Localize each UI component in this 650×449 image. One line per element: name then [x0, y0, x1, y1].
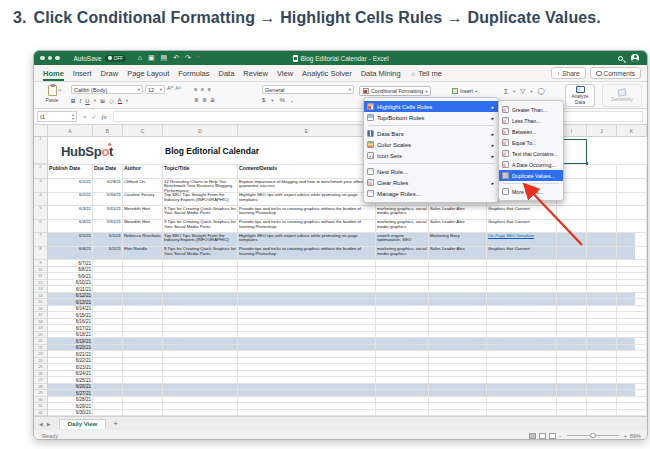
cell-empty[interactable]	[587, 220, 617, 234]
cell-author[interactable]: Flori Needle	[123, 247, 163, 261]
page-break-view-button[interactable]	[549, 433, 556, 439]
font-size-select[interactable]: 12▾	[145, 85, 165, 94]
save-icon[interactable]: ▣	[148, 54, 155, 62]
tab-analytic-solver[interactable]: Analytic Solver	[302, 67, 352, 80]
cell-empty[interactable]	[587, 247, 617, 261]
zoom-slider-knob[interactable]	[590, 433, 596, 439]
cell-empty[interactable]	[557, 206, 587, 220]
home-icon[interactable]: ⌂	[138, 54, 142, 62]
share-button[interactable]: ↑Share	[551, 67, 586, 79]
cell-due-date[interactable]: 5/31/21	[93, 206, 123, 220]
menu-item-a-date-occurring[interactable]: A Date Occurring...	[499, 159, 563, 170]
enter-icon[interactable]: ✓	[92, 113, 97, 120]
autosave-pill[interactable]: OFF	[105, 55, 126, 62]
cell-content[interactable]: Provide tips and tricks to creating grap…	[238, 247, 376, 261]
cancel-icon[interactable]: ×	[83, 114, 87, 120]
cell-publish-date[interactable]: 6/2/21	[48, 193, 93, 207]
select-all-corner[interactable]	[34, 125, 48, 137]
chevron-down-icon[interactable]: ▾	[94, 98, 96, 103]
menu-item-clear-rules[interactable]: Clear Rules▸	[364, 177, 498, 188]
column-header-B[interactable]: B	[93, 125, 123, 137]
tab-page-layout[interactable]: Page Layout	[127, 67, 169, 80]
row-number[interactable]: 8	[34, 247, 48, 261]
cell-empty[interactable]	[587, 233, 617, 247]
cell-empty[interactable]	[617, 179, 647, 193]
row-number[interactable]: 5	[34, 206, 48, 220]
search-icon[interactable]	[618, 56, 623, 61]
minimize-button[interactable]	[48, 56, 53, 61]
sensitivity-button[interactable]: Sensitivity	[602, 84, 642, 107]
menu-item-icon-sets[interactable]: Icon Sets▸	[364, 150, 498, 161]
cell-topic[interactable]: 9 Tips for Creating Quick Graphics for Y…	[163, 206, 238, 220]
menu-item-equal-to[interactable]: Equal To...	[499, 137, 563, 148]
cell-author[interactable]: Clifford Chi	[123, 179, 163, 193]
cell-empty[interactable]	[617, 233, 647, 247]
cell-due-date[interactable]: 5/29/21	[93, 179, 123, 193]
tab-data-mining[interactable]: Data Mining	[361, 67, 401, 80]
cell-keywords[interactable]: marketing graphics, social media graphic…	[376, 247, 429, 261]
cell-content[interactable]: Highlight SEO tips with expert advice wh…	[238, 193, 376, 207]
menu-item-highlight-cells-rules[interactable]: Highlight Cells Rules▸	[364, 101, 498, 112]
paste-label[interactable]: Paste	[38, 97, 66, 103]
fill-color-button[interactable]: ◇	[109, 97, 114, 104]
menu-item-less-than[interactable]: Less Than...	[499, 115, 563, 126]
cell-topic[interactable]: Top SEO Tips Straight From the Industry …	[163, 233, 238, 247]
comments-button[interactable]: Comments	[590, 67, 641, 79]
header-cell[interactable]	[617, 165, 647, 179]
cell-content[interactable]: Highlight SEO tips with expert advice wh…	[238, 233, 376, 247]
name-box[interactable]: I1 ▴▾	[37, 111, 77, 122]
font-color-button[interactable]: A	[118, 97, 122, 104]
cell-topic[interactable]: 9 Tips for Creating Quick Graphics for Y…	[163, 247, 238, 261]
insert-function-icon[interactable]: fx	[102, 113, 107, 121]
analyze-data-button[interactable]: Analyze Data	[565, 84, 595, 107]
insert-cells-button[interactable]: Insert ▾	[448, 86, 481, 96]
cell-empty[interactable]	[557, 220, 587, 234]
zoom-out-icon[interactable]: −	[559, 433, 562, 439]
cell-content[interactable]: Explain importance of blogging and how t…	[238, 179, 376, 193]
underline-button[interactable]: U	[85, 98, 89, 104]
header-cell[interactable]: Topic/Title	[163, 165, 238, 179]
close-button[interactable]	[40, 56, 45, 61]
cell-empty[interactable]	[557, 247, 587, 261]
column-header-A[interactable]: A	[48, 125, 93, 137]
row-number[interactable]: 3	[34, 179, 48, 193]
normal-view-button[interactable]	[529, 433, 536, 439]
autosave-toggle[interactable]: AutoSave OFF	[74, 55, 126, 62]
cell-author[interactable]: Meredith Hart	[123, 220, 163, 234]
grow-font-icon[interactable]: A^	[167, 85, 173, 94]
redo-icon[interactable]: ↷	[185, 54, 191, 62]
cell-offer[interactable]: Graphics that Convert	[487, 206, 557, 220]
cell-offer[interactable]: Graphics that Convert	[487, 220, 557, 234]
cell-persona[interactable]: Marketing Mary	[429, 233, 487, 247]
cell-due-date[interactable]: 5/31/21	[93, 220, 123, 234]
cell-publish-date[interactable]: 6/5/21	[48, 233, 93, 247]
next-sheet-icon[interactable]: ▶	[47, 421, 51, 427]
cell-offer[interactable]: On-Page SEO Template	[487, 233, 557, 247]
sort-filter-icon[interactable]: ▽	[520, 87, 525, 95]
cell-empty[interactable]	[617, 220, 647, 234]
find-select-icon[interactable]: ◯	[538, 87, 545, 95]
cell-persona[interactable]: Sales Leader Alex	[429, 220, 487, 234]
align-icons-top[interactable]: ≡ ≡ ≡	[194, 86, 216, 92]
align-icons-bottom[interactable]: ≣ ≣ ⊞	[194, 97, 216, 103]
undo-icon[interactable]: ↶	[173, 54, 179, 62]
bold-button[interactable]: B	[71, 98, 75, 104]
tab-data[interactable]: Data	[219, 67, 235, 80]
zoom-window-button[interactable]	[55, 56, 60, 61]
cell-empty[interactable]	[587, 179, 617, 193]
zoom-slider[interactable]	[567, 435, 619, 436]
currency-button[interactable]: $	[262, 97, 265, 103]
cell-empty[interactable]	[587, 193, 617, 207]
menu-item-color-scales[interactable]: Color Scales▸	[364, 139, 498, 150]
cell-due-date[interactable]: 6/1/21	[93, 233, 123, 247]
header-cell[interactable]: Content/Details	[238, 165, 376, 179]
column-header-K[interactable]: K	[617, 125, 647, 137]
number-format-select[interactable]: General▾	[262, 85, 354, 94]
chevron-down-icon[interactable]: ▾	[126, 98, 128, 103]
column-header-D[interactable]: D	[163, 125, 238, 137]
cell-due-date[interactable]: 6/2/21	[93, 247, 123, 261]
column-header-E[interactable]: E	[238, 125, 376, 137]
cell-author[interactable]: Caroline Forsey	[123, 193, 163, 207]
cell-publish-date[interactable]: 6/4/21	[48, 220, 93, 234]
sheet-tab-daily-view[interactable]: Daily View	[59, 419, 107, 429]
